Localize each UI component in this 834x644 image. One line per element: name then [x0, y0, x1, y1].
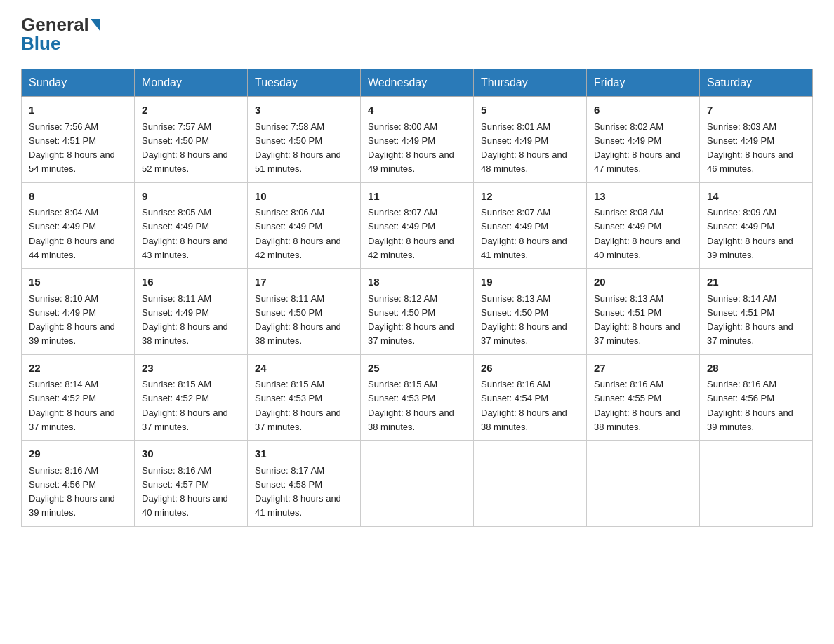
calendar-cell: 19Sunrise: 8:13 AMSunset: 4:50 PMDayligh… — [474, 269, 587, 355]
calendar-cell: 18Sunrise: 8:12 AMSunset: 4:50 PMDayligh… — [361, 269, 474, 355]
day-info: Sunrise: 8:06 AMSunset: 4:49 PMDaylight:… — [255, 207, 341, 260]
day-number: 18 — [368, 274, 466, 290]
day-info: Sunrise: 8:14 AMSunset: 4:51 PMDaylight:… — [707, 293, 793, 347]
day-info: Sunrise: 8:14 AMSunset: 4:52 PMDaylight:… — [29, 379, 115, 432]
day-number: 29 — [29, 446, 127, 462]
calendar-cell: 17Sunrise: 8:11 AMSunset: 4:50 PMDayligh… — [248, 269, 361, 355]
day-info: Sunrise: 8:16 AMSunset: 4:55 PMDaylight:… — [594, 379, 680, 432]
calendar-cell: 4Sunrise: 8:00 AMSunset: 4:49 PMDaylight… — [361, 97, 474, 183]
calendar-cell: 15Sunrise: 8:10 AMSunset: 4:49 PMDayligh… — [22, 269, 135, 355]
day-number: 13 — [594, 189, 692, 205]
day-info: Sunrise: 8:13 AMSunset: 4:51 PMDaylight:… — [594, 293, 680, 347]
logo-blue-text: Blue — [21, 33, 60, 55]
col-header-friday: Friday — [587, 69, 700, 97]
day-number: 22 — [29, 361, 127, 377]
calendar-cell: 30Sunrise: 8:16 AMSunset: 4:57 PMDayligh… — [135, 441, 248, 527]
day-number: 24 — [255, 361, 353, 377]
day-info: Sunrise: 8:16 AMSunset: 4:57 PMDaylight:… — [142, 465, 228, 518]
day-info: Sunrise: 8:02 AMSunset: 4:49 PMDaylight:… — [594, 121, 680, 175]
day-number: 5 — [481, 102, 579, 119]
day-info: Sunrise: 8:01 AMSunset: 4:49 PMDaylight:… — [481, 121, 567, 175]
day-info: Sunrise: 8:16 AMSunset: 4:56 PMDaylight:… — [707, 379, 793, 432]
day-info: Sunrise: 8:13 AMSunset: 4:50 PMDaylight:… — [481, 293, 567, 347]
calendar-cell — [474, 441, 587, 527]
calendar-cell: 13Sunrise: 8:08 AMSunset: 4:49 PMDayligh… — [587, 182, 700, 269]
calendar-week-row: 22Sunrise: 8:14 AMSunset: 4:52 PMDayligh… — [22, 354, 813, 441]
col-header-saturday: Saturday — [700, 69, 813, 97]
page-header: General Blue — [21, 14, 813, 55]
day-info: Sunrise: 8:12 AMSunset: 4:50 PMDaylight:… — [368, 293, 454, 347]
day-number: 17 — [255, 274, 353, 290]
calendar-cell: 3Sunrise: 7:58 AMSunset: 4:50 PMDaylight… — [248, 97, 361, 183]
day-number: 20 — [594, 274, 692, 290]
day-number: 31 — [255, 446, 353, 462]
day-number: 15 — [29, 274, 127, 290]
day-number: 27 — [594, 361, 692, 377]
calendar-table: SundayMondayTuesdayWednesdayThursdayFrid… — [21, 69, 813, 527]
calendar-cell: 7Sunrise: 8:03 AMSunset: 4:49 PMDaylight… — [700, 97, 813, 183]
day-info: Sunrise: 8:00 AMSunset: 4:49 PMDaylight:… — [368, 121, 454, 175]
calendar-cell: 11Sunrise: 8:07 AMSunset: 4:49 PMDayligh… — [361, 182, 474, 269]
day-number: 4 — [368, 102, 466, 119]
day-info: Sunrise: 8:15 AMSunset: 4:53 PMDaylight:… — [255, 379, 341, 432]
calendar-week-row: 15Sunrise: 8:10 AMSunset: 4:49 PMDayligh… — [22, 269, 813, 355]
calendar-cell: 2Sunrise: 7:57 AMSunset: 4:50 PMDaylight… — [135, 97, 248, 183]
calendar-cell: 12Sunrise: 8:07 AMSunset: 4:49 PMDayligh… — [474, 182, 587, 269]
calendar-header-row: SundayMondayTuesdayWednesdayThursdayFrid… — [22, 69, 813, 97]
calendar-cell: 26Sunrise: 8:16 AMSunset: 4:54 PMDayligh… — [474, 354, 587, 441]
day-number: 1 — [29, 102, 127, 119]
calendar-cell: 16Sunrise: 8:11 AMSunset: 4:49 PMDayligh… — [135, 269, 248, 355]
day-info: Sunrise: 8:03 AMSunset: 4:49 PMDaylight:… — [707, 121, 793, 175]
col-header-tuesday: Tuesday — [248, 69, 361, 97]
day-number: 6 — [594, 102, 692, 119]
day-number: 16 — [142, 274, 240, 290]
day-info: Sunrise: 8:04 AMSunset: 4:49 PMDaylight:… — [29, 207, 115, 260]
calendar-cell — [700, 441, 813, 527]
day-info: Sunrise: 8:16 AMSunset: 4:56 PMDaylight:… — [29, 465, 115, 518]
calendar-cell: 10Sunrise: 8:06 AMSunset: 4:49 PMDayligh… — [248, 182, 361, 269]
day-number: 8 — [29, 189, 127, 205]
calendar-cell: 21Sunrise: 8:14 AMSunset: 4:51 PMDayligh… — [700, 269, 813, 355]
day-number: 26 — [481, 361, 579, 377]
calendar-week-row: 29Sunrise: 8:16 AMSunset: 4:56 PMDayligh… — [22, 441, 813, 527]
col-header-thursday: Thursday — [474, 69, 587, 97]
day-info: Sunrise: 8:10 AMSunset: 4:49 PMDaylight:… — [29, 293, 115, 347]
day-number: 23 — [142, 361, 240, 377]
day-info: Sunrise: 8:11 AMSunset: 4:49 PMDaylight:… — [142, 293, 228, 347]
day-info: Sunrise: 8:08 AMSunset: 4:49 PMDaylight:… — [594, 207, 680, 260]
calendar-week-row: 1Sunrise: 7:56 AMSunset: 4:51 PMDaylight… — [22, 97, 813, 183]
calendar-cell: 24Sunrise: 8:15 AMSunset: 4:53 PMDayligh… — [248, 354, 361, 441]
calendar-cell: 8Sunrise: 8:04 AMSunset: 4:49 PMDaylight… — [22, 182, 135, 269]
day-info: Sunrise: 8:07 AMSunset: 4:49 PMDaylight:… — [481, 207, 567, 260]
day-number: 11 — [368, 189, 466, 205]
calendar-cell: 29Sunrise: 8:16 AMSunset: 4:56 PMDayligh… — [22, 441, 135, 527]
col-header-sunday: Sunday — [22, 69, 135, 97]
day-number: 19 — [481, 274, 579, 290]
day-info: Sunrise: 8:05 AMSunset: 4:49 PMDaylight:… — [142, 207, 228, 260]
day-info: Sunrise: 7:56 AMSunset: 4:51 PMDaylight:… — [29, 121, 115, 175]
col-header-monday: Monday — [135, 69, 248, 97]
day-number: 30 — [142, 446, 240, 462]
day-info: Sunrise: 8:16 AMSunset: 4:54 PMDaylight:… — [481, 379, 567, 432]
calendar-cell: 1Sunrise: 7:56 AMSunset: 4:51 PMDaylight… — [22, 97, 135, 183]
day-info: Sunrise: 7:57 AMSunset: 4:50 PMDaylight:… — [142, 121, 228, 175]
calendar-week-row: 8Sunrise: 8:04 AMSunset: 4:49 PMDaylight… — [22, 182, 813, 269]
day-info: Sunrise: 8:15 AMSunset: 4:53 PMDaylight:… — [368, 379, 454, 432]
day-number: 28 — [707, 361, 805, 377]
calendar-cell: 5Sunrise: 8:01 AMSunset: 4:49 PMDaylight… — [474, 97, 587, 183]
logo: General Blue — [21, 14, 102, 55]
day-info: Sunrise: 8:17 AMSunset: 4:58 PMDaylight:… — [255, 465, 341, 518]
col-header-wednesday: Wednesday — [361, 69, 474, 97]
day-number: 3 — [255, 102, 353, 119]
calendar-cell: 14Sunrise: 8:09 AMSunset: 4:49 PMDayligh… — [700, 182, 813, 269]
day-number: 10 — [255, 189, 353, 205]
day-number: 12 — [481, 189, 579, 205]
day-info: Sunrise: 7:58 AMSunset: 4:50 PMDaylight:… — [255, 121, 341, 175]
day-info: Sunrise: 8:11 AMSunset: 4:50 PMDaylight:… — [255, 293, 341, 347]
calendar-cell — [361, 441, 474, 527]
day-info: Sunrise: 8:15 AMSunset: 4:52 PMDaylight:… — [142, 379, 228, 432]
day-info: Sunrise: 8:09 AMSunset: 4:49 PMDaylight:… — [707, 207, 793, 260]
day-info: Sunrise: 8:07 AMSunset: 4:49 PMDaylight:… — [368, 207, 454, 260]
calendar-cell: 28Sunrise: 8:16 AMSunset: 4:56 PMDayligh… — [700, 354, 813, 441]
calendar-cell — [587, 441, 700, 527]
